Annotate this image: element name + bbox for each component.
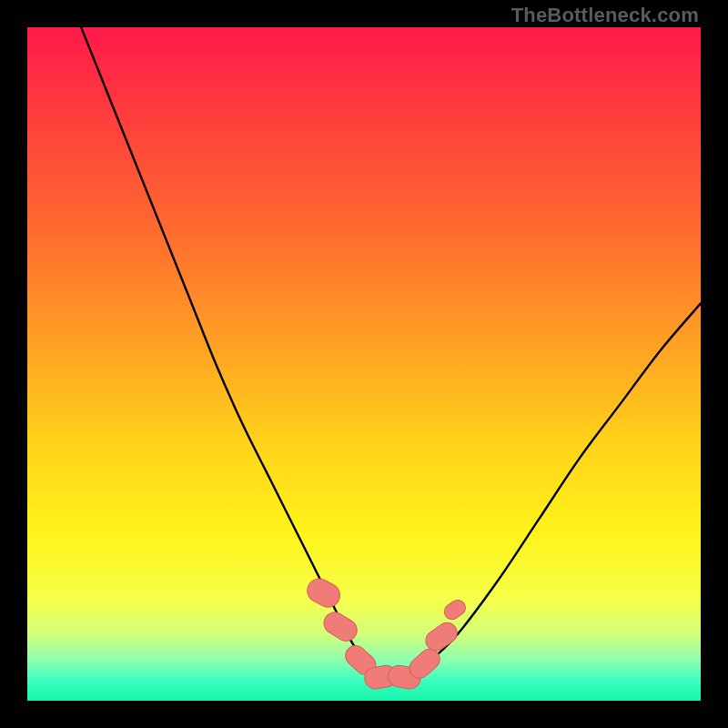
gradient-background (27, 27, 701, 701)
chart-frame: TheBottleneck.com (0, 0, 728, 728)
chart-svg (27, 27, 701, 701)
plot-area (27, 27, 701, 701)
watermark-text: TheBottleneck.com (511, 4, 699, 27)
